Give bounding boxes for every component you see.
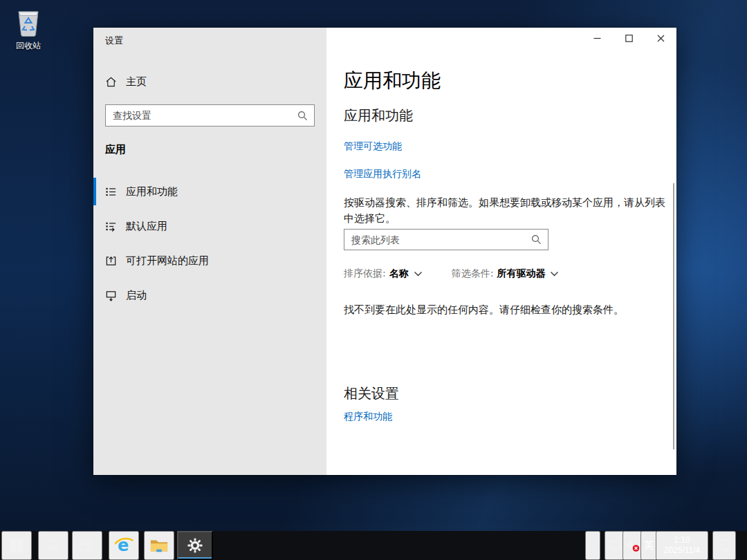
- apps-for-websites-icon: [105, 255, 117, 267]
- sidebar-item-startup[interactable]: 启动: [93, 278, 326, 312]
- home-icon: [105, 76, 117, 88]
- clock-time: 1:10: [674, 535, 690, 545]
- chevron-down-icon[interactable]: [550, 271, 559, 277]
- ime-indicator-label: 英: [644, 539, 654, 552]
- task-view-button[interactable]: [72, 531, 102, 560]
- sidebar-section-header: 应用: [105, 143, 126, 156]
- file-explorer-icon: [149, 537, 169, 554]
- search-icon[interactable]: [297, 111, 308, 121]
- page-title: 应用和功能: [344, 68, 441, 94]
- start-button[interactable]: [1, 531, 32, 560]
- volume-muted-icon: [624, 538, 640, 553]
- chevron-up-icon: [588, 542, 598, 549]
- action-center-button[interactable]: [712, 531, 736, 560]
- filter-dropdown[interactable]: 所有驱动器: [497, 268, 545, 280]
- default-apps-icon: [105, 221, 117, 232]
- recycle-bin-label: 回收站: [6, 40, 51, 52]
- taskbar: e: [0, 531, 747, 560]
- settings-search-input[interactable]: [106, 105, 297, 126]
- recycle-bin-shortcut[interactable]: 回收站: [6, 6, 51, 52]
- gear-icon: [187, 537, 203, 554]
- network-tray-button[interactable]: [605, 531, 624, 560]
- sidebar-item-home[interactable]: 主页: [93, 71, 326, 93]
- recycle-bin-icon: [12, 6, 44, 39]
- home-label: 主页: [126, 75, 147, 88]
- internet-explorer-icon: e: [114, 536, 133, 555]
- settings-taskbar-button[interactable]: [177, 531, 213, 560]
- minimize-icon: [593, 35, 601, 42]
- settings-window: 设置 主页 应用: [93, 28, 676, 475]
- sidebar-item-label: 应用和功能: [126, 185, 178, 198]
- chevron-down-icon[interactable]: [414, 271, 423, 277]
- sidebar-item-default-apps[interactable]: 默认应用: [93, 209, 326, 243]
- sort-filter-row: 排序依据: 名称 筛选条件: 所有驱动器: [344, 268, 559, 280]
- desktop[interactable]: 回收站 设置 主页: [0, 0, 747, 560]
- action-center-icon: [717, 539, 732, 552]
- vertical-scrollbar[interactable]: [673, 183, 674, 449]
- manage-app-aliases-link[interactable]: 管理应用执行别名: [344, 168, 421, 180]
- window-title: 设置: [105, 35, 123, 47]
- search-icon: [46, 538, 61, 553]
- related-settings-title: 相关设置: [344, 384, 399, 403]
- apps-description: 按驱动器搜索、排序和筛选。如果想要卸载或移动某个应用，请从列表中选择它。: [344, 195, 672, 227]
- file-explorer-button[interactable]: [144, 531, 174, 560]
- selected-indicator: [93, 178, 96, 205]
- tray-expand-button[interactable]: [585, 531, 600, 560]
- internet-explorer-button[interactable]: e: [109, 531, 139, 560]
- sidebar-item-apps-features[interactable]: 应用和功能: [93, 174, 326, 209]
- settings-sidebar: 设置 主页 应用: [93, 28, 326, 475]
- windows-logo-icon: [10, 539, 24, 552]
- settings-search-box: [105, 104, 315, 127]
- sort-dropdown[interactable]: 名称: [389, 268, 409, 280]
- apps-features-icon: [105, 186, 117, 198]
- minimize-button[interactable]: [581, 28, 613, 48]
- sidebar-item-label: 启动: [126, 289, 147, 302]
- sidebar-item-label: 可打开网站的应用: [126, 254, 209, 268]
- sidebar-item-label: 默认应用: [126, 220, 167, 233]
- manage-optional-features-link[interactable]: 管理可选功能: [344, 140, 402, 153]
- empty-results-message: 找不到要在此处显示的任何内容。请仔细检查你的搜索条件。: [344, 304, 624, 317]
- window-caption: [581, 28, 676, 48]
- sidebar-nav: 应用和功能 默认应用 可打开网站的应用: [93, 174, 326, 312]
- ime-indicator-button[interactable]: 英: [640, 531, 657, 560]
- filter-label: 筛选条件:: [452, 268, 494, 280]
- programs-and-features-link[interactable]: 程序和功能: [344, 411, 392, 423]
- close-button[interactable]: [645, 28, 676, 48]
- sort-label: 排序依据:: [344, 268, 386, 280]
- maximize-icon: [625, 35, 633, 42]
- clock-date: 2025/11/4: [664, 545, 701, 556]
- search-icon[interactable]: [531, 234, 542, 245]
- taskbar-search-button[interactable]: [38, 531, 68, 560]
- startup-icon: [105, 290, 117, 301]
- ethernet-network-icon: [606, 539, 622, 552]
- apps-features-pane: 应用和功能 应用和功能 管理可选功能 管理应用执行别名 按驱动器搜索、排序和筛选…: [326, 28, 676, 475]
- clock-tray-button[interactable]: 1:10 2025/11/4: [656, 531, 708, 560]
- task-view-icon: [79, 538, 95, 553]
- app-list-search-input[interactable]: [344, 230, 531, 250]
- volume-tray-button[interactable]: [622, 531, 642, 560]
- sidebar-item-apps-for-websites[interactable]: 可打开网站的应用: [93, 243, 326, 278]
- maximize-button[interactable]: [613, 28, 645, 48]
- section-title: 应用和功能: [344, 106, 413, 125]
- app-list-search-box: [344, 229, 548, 250]
- close-icon: [657, 35, 665, 42]
